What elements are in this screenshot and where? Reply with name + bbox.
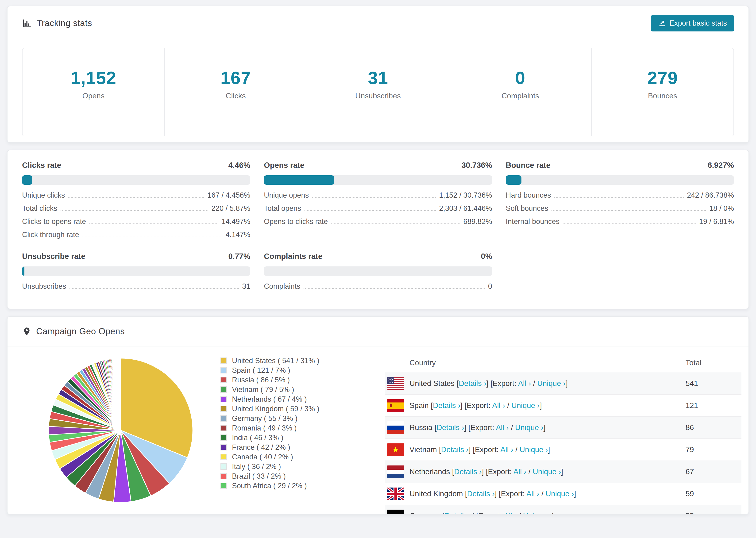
- row-total: 79: [685, 445, 741, 454]
- germany-flag-icon: [387, 510, 404, 514]
- stat-clicks: 167 Clicks: [164, 48, 307, 136]
- geo-title: Campaign Geo Opens: [36, 327, 125, 336]
- export-unique-link[interactable]: Unique ›: [546, 489, 574, 498]
- export-unique-link[interactable]: Unique ›: [519, 445, 548, 454]
- map-pin-icon: [22, 327, 31, 336]
- complaints-rate-bar: [264, 266, 492, 276]
- bounce-rate-title: Bounce rate: [506, 161, 551, 170]
- complaints-rate-value: 0%: [481, 252, 492, 261]
- header-divider: [8, 40, 748, 40]
- details-link[interactable]: Details ›: [454, 467, 482, 476]
- details-link[interactable]: Details ›: [445, 511, 472, 514]
- unsubscribe-rate-title: Unsubscribe rate: [22, 252, 85, 261]
- rate-row: Clicks to opens rate14.497%: [22, 214, 250, 228]
- rate-row: Unique clicks167 / 4.456%: [22, 188, 250, 201]
- complaints-rate-title: Complaints rate: [264, 252, 322, 261]
- rate-row: Unique opens1,152 / 30.736%: [264, 188, 492, 201]
- details-link[interactable]: Details ›: [459, 379, 486, 388]
- legend-item-south-africa[interactable]: South Africa ( 29 / 2% ): [220, 481, 385, 491]
- rate-row: Opens to clicks rate689.82%: [264, 214, 492, 228]
- export-all-link[interactable]: All ›: [492, 401, 505, 409]
- export-unique-link[interactable]: Unique ›: [515, 423, 544, 432]
- tracking-stats-header: Tracking stats Export basic stats: [8, 6, 748, 40]
- complaints-rate-section: Complaints rate 0% Complaints0: [264, 252, 492, 292]
- clicks-rate-section: Clicks rate 4.46% Unique clicks167 / 4.4…: [22, 161, 250, 241]
- export-unique-link[interactable]: Unique ›: [533, 467, 561, 476]
- legend-swatch: [220, 367, 227, 373]
- legend-item-brazil[interactable]: Brazil ( 33 / 2% ): [220, 471, 385, 481]
- unsubscribe-rate-section: Unsubscribe rate 0.77% Unsubscribes31: [22, 252, 250, 292]
- export-all-link[interactable]: All ›: [513, 467, 526, 476]
- geo-pie-column: [22, 347, 220, 514]
- russia-flag-icon: [387, 421, 404, 434]
- details-link[interactable]: Details ›: [437, 423, 464, 432]
- details-link[interactable]: Details ›: [467, 489, 495, 498]
- geo-table-body: United States [Details ›] [Export: All ›…: [385, 372, 741, 514]
- export-unique-link[interactable]: Unique ›: [537, 379, 566, 388]
- row-total: 55: [685, 511, 741, 514]
- bar-chart-icon: [22, 18, 32, 28]
- legend-swatch: [220, 483, 227, 489]
- legend-item-netherlands[interactable]: Netherlands ( 67 / 4% ): [220, 394, 385, 404]
- legend-item-romania[interactable]: Romania ( 49 / 3% ): [220, 423, 385, 433]
- rate-row: Total clicks220 / 5.87%: [22, 201, 250, 214]
- stat-opens: 1,152 Opens: [23, 48, 164, 136]
- row-total: 86: [685, 423, 741, 432]
- opens-rate-bar: [264, 175, 492, 185]
- unsubscribe-rate-value: 0.77%: [228, 252, 250, 261]
- country-column-header: Country: [409, 358, 436, 367]
- geo-table-row-united-states: United States [Details ›] [Export: All ›…: [385, 372, 741, 394]
- legend-swatch: [220, 405, 227, 412]
- legend-item-united-states[interactable]: United States ( 541 / 31% ): [220, 356, 385, 365]
- legend-item-italy[interactable]: Italy ( 36 / 2% ): [220, 462, 385, 471]
- total-column-header: Total: [685, 358, 741, 367]
- details-link[interactable]: Details ›: [433, 401, 460, 409]
- legend-item-canada[interactable]: Canada ( 40 / 2% ): [220, 452, 385, 462]
- complaints-count: 0: [449, 69, 591, 87]
- clicks-rate-value: 4.46%: [228, 161, 250, 170]
- clicks-rate-title: Clicks rate: [22, 161, 61, 170]
- opens-rate-section: Opens rate 30.736% Unique opens1,152 / 3…: [264, 161, 492, 241]
- row-total: 541: [685, 379, 741, 388]
- geo-table-row-russia: Russia [Details ›] [Export: All › / Uniq…: [385, 416, 741, 439]
- export-unique-link[interactable]: Unique ›: [512, 401, 540, 409]
- export-all-link[interactable]: All ›: [526, 489, 539, 498]
- geo-card-header: Campaign Geo Opens: [8, 317, 748, 346]
- export-all-link[interactable]: All ›: [518, 379, 531, 388]
- legend-item-russia[interactable]: Russia ( 86 / 5% ): [220, 375, 385, 385]
- details-link[interactable]: Details ›: [441, 445, 469, 454]
- stat-complaints: 0 Complaints: [449, 48, 591, 136]
- geo-table-row-germany: Germany [Details ›] [Export: All › / Uni…: [385, 505, 741, 514]
- legend-item-india[interactable]: India ( 46 / 3% ): [220, 433, 385, 443]
- legend-item-spain[interactable]: Spain ( 121 / 7% ): [220, 365, 385, 375]
- rate-row: Complaints0: [264, 279, 492, 292]
- legend-swatch: [220, 473, 227, 479]
- unsubscribe-rate-bar: [22, 266, 250, 276]
- legend-item-germany[interactable]: Germany ( 55 / 3% ): [220, 413, 385, 423]
- legend-swatch: [220, 386, 227, 393]
- geo-opens-pie-chart[interactable]: [47, 356, 195, 504]
- export-basic-stats-button[interactable]: Export basic stats: [651, 15, 734, 31]
- export-all-link[interactable]: All ›: [500, 445, 513, 454]
- legend-item-france[interactable]: France ( 42 / 2% ): [220, 443, 385, 452]
- legend-item-united-kingdom[interactable]: United Kingdom ( 59 / 3% ): [220, 404, 385, 413]
- geo-table-header: Country Total: [385, 353, 741, 372]
- export-all-link[interactable]: All ›: [504, 511, 517, 514]
- geo-table-row-spain: Spain [Details ›] [Export: All › / Uniqu…: [385, 394, 741, 416]
- export-unique-link[interactable]: Unique ›: [523, 511, 552, 514]
- legend-swatch: [220, 396, 227, 402]
- stat-unsubscribes: 31 Unsubscribes: [307, 48, 449, 136]
- export-all-link[interactable]: All ›: [496, 423, 509, 432]
- opens-rate-title: Opens rate: [264, 161, 304, 170]
- opens-rate-value: 30.736%: [461, 161, 492, 170]
- legend-swatch: [220, 415, 227, 422]
- bounce-rate-value: 6.927%: [708, 161, 734, 170]
- legend-swatch: [220, 435, 227, 441]
- rate-row: Total opens2,303 / 61.446%: [264, 201, 492, 214]
- geo-table-row-united-kingdom: United Kingdom [Details ›] [Export: All …: [385, 483, 741, 505]
- legend-item-vietnam[interactable]: Vietnam ( 79 / 5% ): [220, 385, 385, 394]
- geo-opens-card: Campaign Geo Opens United States ( 541 /…: [7, 316, 749, 514]
- rates-card: Clicks rate 4.46% Unique clicks167 / 4.4…: [7, 150, 749, 309]
- page-title: Tracking stats: [37, 18, 92, 28]
- row-total: 121: [685, 401, 741, 410]
